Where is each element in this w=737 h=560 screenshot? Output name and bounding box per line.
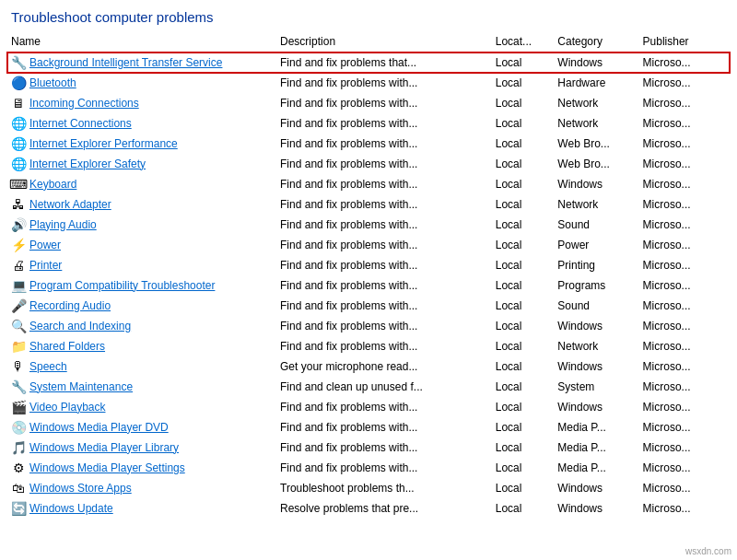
table-row[interactable]: 📁Shared FoldersFind and fix problems wit… [7,336,730,356]
item-icon: 🖥 [11,96,26,111]
table-row[interactable]: 🔵BluetoothFind and fix problems with...L… [7,73,730,93]
item-name-link[interactable]: Video Playback [29,401,106,414]
cell-name: ⚡Power [7,235,276,255]
cell-name: 🖥Incoming Connections [7,93,276,113]
table-row[interactable]: 🔧Background Intelligent Transfer Service… [7,52,730,73]
cell-publisher: Microso... [639,498,730,519]
table-row[interactable]: 🎵Windows Media Player LibraryFind and fi… [7,438,730,458]
item-name-link[interactable]: Power [29,239,61,251]
table-row[interactable]: 🖥Incoming ConnectionsFind and fix proble… [7,93,730,113]
table-row[interactable]: 🌐Internet Explorer SafetyFind and fix pr… [7,154,730,174]
table-row[interactable]: 💻Program Compatibility TroubleshooterFin… [7,275,730,296]
cell-category: Windows [554,316,638,336]
item-name-link[interactable]: Incoming Connections [29,97,139,110]
item-name-link[interactable]: Network Adapter [29,198,111,211]
item-name-link[interactable]: Recording Audio [29,299,111,312]
cell-description: Find and fix problems with... [276,438,492,458]
item-name-link[interactable]: Playing Audio [29,218,97,231]
table-row[interactable]: 🔧System MaintenanceFind and clean up unu… [7,377,730,397]
table-row[interactable]: 🎤Recording AudioFind and fix problems wi… [7,296,730,316]
cell-publisher: Microso... [639,93,730,113]
item-name-link[interactable]: Speech [29,360,67,373]
cell-category: Windows [554,498,638,519]
cell-location: Local [492,275,555,296]
item-name-link[interactable]: Windows Update [29,502,113,515]
cell-location: Local [492,478,555,498]
item-name-link[interactable]: Search and Indexing [29,320,131,332]
cell-location: Local [492,174,555,194]
cell-description: Find and fix problems with... [276,215,492,235]
item-name-link[interactable]: Bluetooth [29,76,76,89]
item-name-link[interactable]: Background Intelligent Transfer Service [29,56,222,69]
cell-category: Printing [554,255,638,275]
cell-location: Local [492,113,555,134]
cell-name: 🌐Internet Connections [7,113,276,134]
troubleshoot-table: Name Description Locat... Category Publi… [7,32,730,519]
watermark: wsxdn.com [685,546,731,556]
cell-location: Local [492,93,555,113]
cell-description: Troubleshoot problems th... [276,478,492,498]
item-name-link[interactable]: System Maintenance [29,380,133,393]
table-row[interactable]: 🎬Video PlaybackFind and fix problems wit… [7,397,730,417]
cell-publisher: Microso... [639,134,730,154]
col-header-category[interactable]: Category [554,32,638,52]
table-row[interactable]: 🌐Internet Explorer PerformanceFind and f… [7,134,730,154]
cell-name: 🔊Playing Audio [7,215,276,235]
table-row[interactable]: ⚙Windows Media Player SettingsFind and f… [7,458,730,478]
cell-name: 🌐Internet Explorer Safety [7,154,276,174]
cell-description: Find and fix problems with... [276,458,492,478]
cell-description: Find and fix problems with... [276,336,492,356]
item-name-link[interactable]: Windows Media Player Library [29,441,179,454]
cell-location: Local [492,215,555,235]
cell-location: Local [492,296,555,316]
item-icon: 📁 [11,339,26,354]
col-header-location[interactable]: Locat... [492,32,555,52]
item-name-link[interactable]: Internet Explorer Performance [29,137,178,150]
table-row[interactable]: 🎙SpeechGet your microphone read...LocalW… [7,356,730,377]
item-icon: 🔵 [11,76,26,90]
cell-name: 🔍Search and Indexing [7,316,276,336]
table-row[interactable]: ⚡PowerFind and fix problems with...Local… [7,235,730,255]
item-name-link[interactable]: Windows Media Player Settings [29,461,185,474]
table-row[interactable]: 🔍Search and IndexingFind and fix problem… [7,316,730,336]
cell-name: 🎬Video Playback [7,397,276,417]
col-header-name[interactable]: Name [7,32,276,52]
cell-location: Local [492,194,555,215]
item-name-link[interactable]: Keyboard [29,178,76,191]
table-row[interactable]: 🔊Playing AudioFind and fix problems with… [7,215,730,235]
cell-description: Find and fix problems with... [276,194,492,215]
table-row[interactable]: ⌨KeyboardFind and fix problems with...Lo… [7,174,730,194]
item-name-link[interactable]: Printer [29,259,62,272]
item-name-link[interactable]: Windows Store Apps [29,482,132,495]
cell-location: Local [492,52,555,73]
cell-category: Media P... [554,438,638,458]
col-header-description[interactable]: Description [276,32,492,52]
item-icon: 🔊 [11,217,26,232]
cell-publisher: Microso... [639,215,730,235]
cell-publisher: Microso... [639,336,730,356]
item-name-link[interactable]: Windows Media Player DVD [29,421,169,434]
cell-name: 🔧System Maintenance [7,377,276,397]
table-row[interactable]: 🛍Windows Store AppsTroubleshoot problems… [7,478,730,498]
cell-description: Find and fix problems with... [276,296,492,316]
table-row[interactable]: 🔄Windows UpdateResolve problems that pre… [7,498,730,519]
cell-category: Web Bro... [554,154,638,174]
table-row[interactable]: 🖧Network AdapterFind and fix problems wi… [7,194,730,215]
table-row[interactable]: 💿Windows Media Player DVDFind and fix pr… [7,417,730,438]
cell-name: 🌐Internet Explorer Performance [7,134,276,154]
cell-description: Find and fix problems with... [276,417,492,438]
cell-location: Local [492,235,555,255]
item-name-link[interactable]: Program Compatibility Troubleshooter [29,279,215,292]
item-icon: 🖧 [11,197,26,212]
item-name-link[interactable]: Internet Explorer Safety [29,158,146,170]
table-row[interactable]: 🖨PrinterFind and fix problems with...Loc… [7,255,730,275]
cell-publisher: Microso... [639,52,730,73]
col-header-publisher[interactable]: Publisher [639,32,730,52]
cell-category: Media P... [554,417,638,438]
table-row[interactable]: 🌐Internet ConnectionsFind and fix proble… [7,113,730,134]
cell-category: Windows [554,174,638,194]
cell-publisher: Microso... [639,478,730,498]
table-body: 🔧Background Intelligent Transfer Service… [7,52,730,519]
item-name-link[interactable]: Shared Folders [29,340,105,353]
item-name-link[interactable]: Internet Connections [29,117,132,130]
